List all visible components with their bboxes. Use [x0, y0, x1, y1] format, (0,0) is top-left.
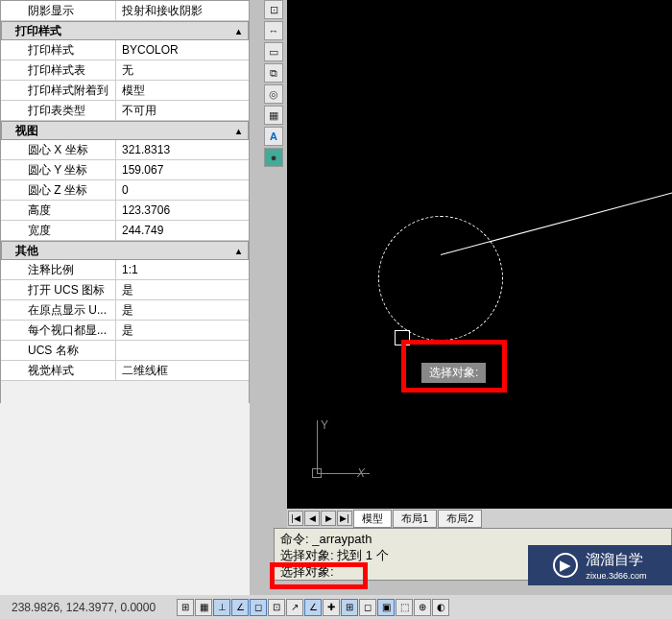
status-toggle[interactable]: ⊡	[268, 599, 285, 616]
watermark: ▶ 溜溜自学 zixue.3d66.com	[528, 545, 672, 585]
prop-value[interactable]: 是	[116, 302, 249, 319]
drawing-viewport[interactable]: 选择对象: Y X	[287, 0, 672, 509]
coordinates-readout[interactable]: 238.9826, 124.3977, 0.0000	[0, 601, 167, 614]
tab-nav-prev[interactable]: ◀	[304, 511, 320, 526]
status-toggle[interactable]: ▣	[377, 599, 395, 616]
tab-nav-first[interactable]: |◀	[288, 511, 303, 526]
status-toggle[interactable]: ◐	[432, 599, 449, 616]
prop-label: 注释比例	[1, 260, 116, 279]
tool-icon[interactable]: A	[264, 127, 283, 146]
section-title: 其他	[15, 243, 38, 259]
prop-value[interactable]: 是	[116, 322, 249, 339]
prop-label: 打印样式	[1, 40, 116, 60]
prop-value[interactable]: 模型	[116, 83, 249, 99]
section-title: 打印样式	[15, 23, 61, 39]
ucs-x-label: X	[357, 466, 365, 480]
prop-value[interactable]: 1:1	[116, 263, 249, 276]
tool-icon[interactable]: ↔	[264, 21, 283, 40]
play-icon: ▶	[553, 553, 578, 578]
status-toggle[interactable]: ↗	[286, 599, 303, 616]
collapse-icon[interactable]: ▴	[228, 246, 248, 256]
annotation-highlight	[270, 562, 368, 589]
collapse-icon[interactable]: ▴	[228, 26, 248, 36]
prop-row[interactable]: 阴影显示 投射和接收阴影	[1, 1, 249, 21]
section-title: 视图	[15, 123, 38, 139]
tab-nav-last[interactable]: ▶|	[337, 511, 352, 526]
tool-icon[interactable]: ⊡	[264, 0, 283, 19]
prop-label: 视觉样式	[1, 361, 116, 380]
prop-value[interactable]: 不可用	[116, 103, 249, 119]
prop-label: 打印样式表	[1, 60, 116, 80]
prop-label: 打开 UCS 图标	[1, 280, 116, 299]
status-toggle[interactable]: ⊞	[341, 599, 358, 616]
status-toggle[interactable]: ✚	[323, 599, 340, 616]
tool-icon[interactable]: ●	[264, 148, 283, 167]
prop-value[interactable]: 159.067	[116, 163, 249, 177]
section-view[interactable]: 视图 ▴	[1, 121, 249, 140]
ucs-y-label: Y	[321, 418, 328, 432]
prop-value[interactable]: BYCOLOR	[116, 43, 249, 57]
tab-layout2[interactable]: 布局2	[438, 510, 482, 528]
status-toggle[interactable]: ▦	[195, 599, 212, 616]
prop-value[interactable]: 是	[116, 282, 249, 298]
prop-value[interactable]: 123.3706	[116, 203, 249, 217]
tool-icon[interactable]: ◎	[264, 84, 283, 104]
status-toggle[interactable]: ⬚	[396, 599, 413, 616]
prop-label: 打印样式附着到	[1, 81, 116, 100]
status-toggle[interactable]: ⊥	[213, 599, 230, 616]
status-toggle[interactable]: ⊞	[177, 599, 194, 616]
section-print-style[interactable]: 打印样式 ▴	[1, 21, 249, 40]
status-bar: 238.9826, 124.3977, 0.0000 ⊞ ▦ ⊥ ∠ ◻ ⊡ ↗…	[0, 595, 672, 619]
prop-value[interactable]: 0	[116, 183, 249, 197]
tab-nav-next[interactable]: ▶	[321, 511, 336, 526]
nav-toolbar: ⊡ ↔ ▭ ⧉ ◎ ▦ A ●	[264, 0, 285, 167]
prop-value[interactable]: 二维线框	[116, 363, 249, 379]
prop-value[interactable]: 244.749	[116, 224, 249, 237]
watermark-text: 溜溜自学	[586, 551, 646, 569]
status-toggle[interactable]: ◻	[359, 599, 376, 616]
prop-label: 宽度	[1, 221, 116, 240]
tool-icon[interactable]: ▦	[264, 106, 283, 125]
tool-icon[interactable]: ▭	[264, 42, 283, 61]
status-toggle[interactable]: ⊕	[414, 599, 431, 616]
status-toggle[interactable]: ∠	[231, 599, 249, 616]
section-misc[interactable]: 其他 ▴	[1, 241, 249, 260]
tab-layout1[interactable]: 布局1	[393, 510, 437, 528]
prop-label: UCS 名称	[1, 341, 116, 360]
prop-label: 圆心 Y 坐标	[1, 160, 116, 179]
status-toggles: ⊞ ▦ ⊥ ∠ ◻ ⊡ ↗ ∠ ✚ ⊞ ◻ ▣ ⬚ ⊕ ◐	[177, 599, 453, 616]
prop-label: 每个视口都显...	[1, 321, 116, 340]
prop-value[interactable]: 321.8313	[116, 143, 249, 156]
status-toggle[interactable]: ◻	[250, 599, 267, 616]
prop-value[interactable]: 投射和接收阴影	[116, 3, 249, 19]
prop-label: 在原点显示 U...	[1, 300, 116, 320]
prop-label: 高度	[1, 201, 116, 220]
tab-model[interactable]: 模型	[353, 510, 392, 528]
layout-tabs: |◀ ◀ ▶ ▶| 模型 布局1 布局2	[287, 509, 672, 528]
prop-label: 打印表类型	[1, 101, 116, 120]
watermark-sub: zixue.3d66.com	[586, 571, 646, 581]
prop-label: 阴影显示	[1, 1, 116, 20]
status-toggle[interactable]: ∠	[304, 599, 322, 616]
prop-label: 圆心 Z 坐标	[1, 180, 116, 200]
tool-icon[interactable]: ⧉	[264, 63, 283, 83]
collapse-icon[interactable]: ▴	[228, 126, 248, 136]
panel-filler	[0, 403, 250, 595]
prop-value[interactable]: 无	[116, 62, 249, 79]
prop-label: 圆心 X 坐标	[1, 140, 116, 159]
selected-circle[interactable]	[378, 216, 503, 341]
annotation-highlight	[401, 340, 507, 393]
